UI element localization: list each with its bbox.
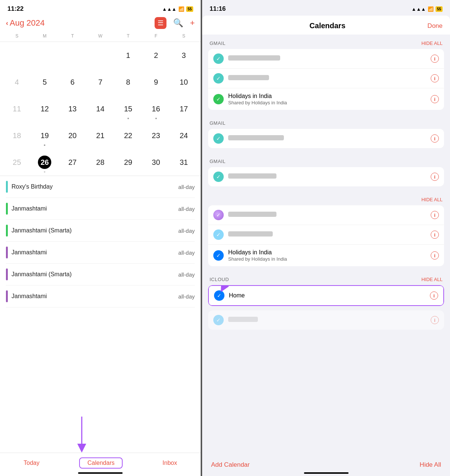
cal-cell-16[interactable]: 16: [142, 95, 170, 122]
cal-check-home[interactable]: ✓: [214, 290, 224, 301]
event-item-4[interactable]: Janmashtami all-day: [6, 242, 195, 264]
cal-check-i2[interactable]: ✓: [213, 229, 224, 240]
cal-check-i1[interactable]: ✓: [213, 210, 224, 220]
cal-cell-14[interactable]: 14: [87, 95, 114, 122]
cal-cell-23[interactable]: 23: [142, 122, 170, 149]
cal-cell-19[interactable]: 19: [31, 122, 59, 149]
cal-cell-18[interactable]: 18: [3, 122, 31, 149]
cal-cell-20[interactable]: 20: [59, 122, 87, 149]
cal-cell-9[interactable]: 9: [142, 69, 170, 95]
done-button[interactable]: Done: [427, 22, 443, 30]
cal-cell-3[interactable]: 3: [170, 42, 198, 69]
back-arrow-icon[interactable]: ‹: [6, 19, 8, 27]
cal-row-name-g3: Holidays in India: [228, 93, 431, 100]
cal-cell-1[interactable]: 1: [114, 42, 142, 69]
cal-row-info-i1: [228, 212, 431, 218]
cal-cell-4[interactable]: 4: [3, 69, 31, 95]
event-name-4: Janmashtami: [12, 249, 47, 256]
cal-cell-10[interactable]: 10: [170, 69, 198, 95]
cal-check-g5[interactable]: ✓: [213, 172, 224, 182]
cal-cell-5[interactable]: 5: [31, 69, 59, 95]
hide-all-button[interactable]: Hide All: [420, 461, 441, 469]
hide-all-gmail-1[interactable]: HIDE ALL: [421, 40, 443, 46]
info-btn-g3[interactable]: i: [431, 95, 439, 103]
cal-row-g2[interactable]: ✓ i: [208, 69, 444, 88]
cal-cell-28[interactable]: 28: [87, 149, 114, 176]
cal-row-home[interactable]: ✓ Home i: [208, 285, 444, 306]
cal-cell-2[interactable]: 2: [142, 42, 170, 69]
right-panel: 11:16 ▲▲▲ 📶 55 Calendars Done GMAIL HIDE…: [202, 0, 450, 476]
nav-today[interactable]: Today: [16, 458, 47, 468]
cal-group-more: ✓ i: [208, 310, 444, 330]
hide-all-icloud-2[interactable]: HIDE ALL: [421, 277, 443, 282]
cal-row-g5[interactable]: ✓ i: [208, 167, 444, 186]
cal-row-i3[interactable]: ✓ Holidays in India Shared by Holidays i…: [208, 245, 444, 266]
search-icon[interactable]: 🔍: [173, 18, 183, 28]
cal-check-i3[interactable]: ✓: [213, 250, 224, 261]
cal-row-info-more: [228, 317, 431, 323]
cal-cell-29[interactable]: 29: [114, 149, 142, 176]
cal-cell-15[interactable]: 15: [114, 95, 142, 122]
cal-cell-31[interactable]: 31: [170, 149, 198, 176]
event-left-1: Roxy's Birthday: [6, 181, 53, 193]
event-item-5[interactable]: Janmashtami (Smarta) all-day: [6, 264, 195, 286]
cal-cell-11[interactable]: 11: [3, 95, 31, 122]
info-btn-home[interactable]: i: [430, 291, 438, 300]
cal-check-more[interactable]: ✓: [213, 315, 224, 325]
cal-cell-7[interactable]: 7: [87, 69, 114, 95]
cal-check-g4[interactable]: ✓: [213, 133, 224, 144]
cal-cell-25[interactable]: 25: [3, 149, 31, 176]
event-item-6[interactable]: Janmashtami all-day: [6, 286, 195, 307]
cal-check-g1[interactable]: ✓: [213, 53, 224, 64]
cal-row-info-g4: [228, 135, 431, 142]
event-item-3[interactable]: Janmashtami (Smarta) all-day: [6, 220, 195, 242]
info-btn-i2[interactable]: i: [431, 231, 439, 239]
home-indicator-right: [304, 472, 349, 474]
cal-row-g4[interactable]: ✓ i: [208, 129, 444, 148]
cal-cell-13[interactable]: 13: [59, 95, 87, 122]
info-btn-g4[interactable]: i: [431, 134, 439, 143]
info-btn-i1[interactable]: i: [431, 211, 439, 219]
add-calendar-button[interactable]: Add Calendar: [211, 461, 250, 469]
cal-cell-24[interactable]: 24: [170, 122, 198, 149]
info-btn-i3[interactable]: i: [431, 251, 439, 260]
event-time-2: all-day: [178, 206, 195, 212]
info-btn-more[interactable]: i: [431, 316, 439, 324]
info-btn-g5[interactable]: i: [431, 173, 439, 181]
cal-cell-21[interactable]: 21: [87, 122, 114, 149]
cal-row-more[interactable]: ✓ i: [208, 310, 444, 330]
cal-cell-26[interactable]: 26: [31, 149, 59, 176]
cal-row-i2[interactable]: ✓ i: [208, 225, 444, 245]
cal-row-i1[interactable]: ✓ i: [208, 205, 444, 225]
info-btn-g1[interactable]: i: [431, 55, 439, 63]
cal-check-g3[interactable]: ✓: [213, 94, 224, 104]
info-btn-g2[interactable]: i: [431, 74, 439, 82]
cal-cell-30[interactable]: 30: [142, 149, 170, 176]
cal-cell-12[interactable]: 12: [31, 95, 59, 122]
event-item-2[interactable]: Janmashtami all-day: [6, 198, 195, 220]
nav-calendars[interactable]: Calendars: [79, 457, 123, 469]
wifi-icon-right: 📶: [428, 6, 434, 12]
event-item-1[interactable]: Roxy's Birthday all-day: [6, 176, 195, 198]
cal-group-icloud-2: ✓ Home i: [208, 285, 444, 306]
list-view-icon[interactable]: ☰: [155, 17, 166, 29]
cal-check-g2[interactable]: ✓: [213, 73, 224, 84]
cal-row-name-more-blurred: [228, 317, 258, 322]
nav-inbox[interactable]: Inbox: [155, 458, 184, 468]
cal-row-g1[interactable]: ✓ i: [208, 49, 444, 69]
cal-cell-8[interactable]: 8: [114, 69, 142, 95]
weekday-t2: T: [114, 32, 142, 40]
cal-cell-22[interactable]: 22: [114, 122, 142, 149]
time-right: 11:16: [210, 5, 226, 13]
cal-cell-17[interactable]: 17: [170, 95, 198, 122]
hide-all-icloud[interactable]: HIDE ALL: [421, 197, 443, 202]
event-left-4: Janmashtami: [6, 247, 47, 258]
event-name-2: Janmashtami: [12, 205, 47, 212]
cal-row-g3[interactable]: ✓ Holidays in India Shared by Holidays i…: [208, 88, 444, 110]
cal-cell-27[interactable]: 27: [59, 149, 87, 176]
event-name-5: Janmashtami (Smarta): [12, 271, 72, 278]
month-nav[interactable]: ‹ Aug 2024: [6, 18, 45, 28]
cal-cell-6[interactable]: 6: [59, 69, 87, 95]
bottom-nav: Today Calendars Inbox: [0, 453, 201, 476]
add-event-icon[interactable]: +: [190, 18, 195, 28]
